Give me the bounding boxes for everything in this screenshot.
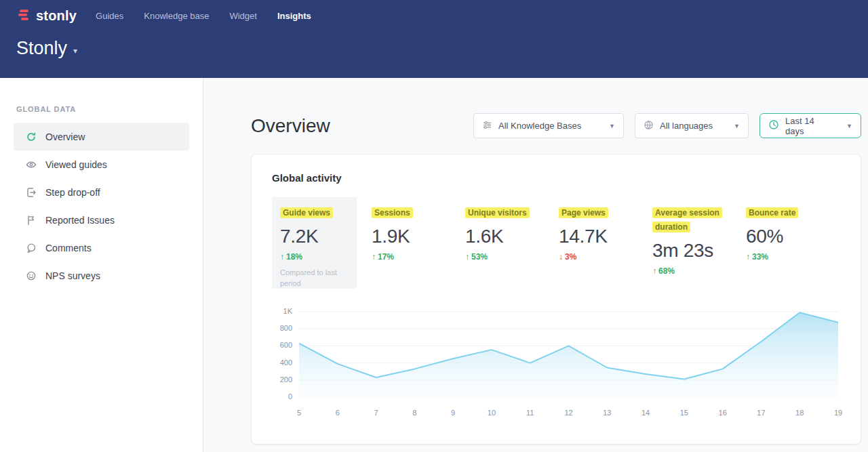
card-title: Global activity xyxy=(272,172,840,184)
x-axis-tick-label: 17 xyxy=(757,409,765,417)
stonly-logo-icon xyxy=(16,7,31,25)
sidebar-item-label: Overview xyxy=(45,131,85,142)
flag-icon xyxy=(26,215,37,226)
x-axis: 5678910111213141516171819 xyxy=(299,400,838,419)
chevron-down-icon: ▼ xyxy=(727,123,740,129)
x-axis-tick-label: 16 xyxy=(719,409,727,417)
x-axis-tick-label: 13 xyxy=(603,409,611,417)
page-arrow-icon xyxy=(26,187,37,198)
x-axis-tick-label: 7 xyxy=(374,409,378,417)
metric-label: Unique visitors xyxy=(465,207,530,218)
x-axis-tick-label: 8 xyxy=(412,409,416,417)
delta-value: 17% xyxy=(378,252,394,262)
workspace-selector[interactable]: Stonly ▾ xyxy=(16,38,77,59)
sidebar-section-label: GLOBAL DATA xyxy=(0,105,203,113)
metric-delta: ↑33% xyxy=(746,252,840,262)
language-filter[interactable]: All languages ▼ xyxy=(635,113,749,138)
metric-label: Guide views xyxy=(280,207,333,218)
metric-value: 60% xyxy=(746,226,840,247)
clock-icon xyxy=(768,119,779,132)
filters: All Knowledge Bases ▼ All languages ▼ La… xyxy=(473,113,861,138)
x-axis-tick-label: 12 xyxy=(564,409,572,417)
chart-plot xyxy=(299,309,838,400)
metric-note: Compared to last period xyxy=(280,268,342,289)
top-nav: stonly Guides Knowledge base Widget Insi… xyxy=(16,0,852,26)
delta-value: 18% xyxy=(286,252,302,262)
app-header: stonly Guides Knowledge base Widget Insi… xyxy=(0,0,868,78)
sidebar: GLOBAL DATA Overview Viewed guides Step … xyxy=(0,78,203,452)
y-axis-tick-label: 200 xyxy=(280,375,292,384)
metric-label: Page views xyxy=(559,207,608,218)
date-range-filter-value: Last 14 days xyxy=(785,116,833,136)
date-range-filter[interactable]: Last 14 days ▼ xyxy=(760,113,861,138)
sidebar-item-label: Step drop-off xyxy=(45,187,100,198)
sliders-icon xyxy=(482,120,492,132)
sidebar-item-step-drop-off[interactable]: Step drop-off xyxy=(14,178,189,206)
eye-icon xyxy=(26,159,37,170)
metric-delta: ↑17% xyxy=(372,252,465,262)
workspace-title: Stonly xyxy=(16,38,67,59)
y-axis-tick-label: 0 xyxy=(288,392,292,400)
y-axis: 02004006008001K xyxy=(272,309,299,397)
x-axis-tick-label: 10 xyxy=(488,409,496,417)
x-axis-tick-label: 14 xyxy=(642,409,650,417)
delta-value: 68% xyxy=(658,266,675,276)
metric-average-session-duration[interactable]: Average session duration 3m 23s ↑68% xyxy=(652,197,746,289)
metric-value: 3m 23s xyxy=(652,240,746,262)
sidebar-item-comments[interactable]: Comments xyxy=(14,234,189,262)
comment-icon xyxy=(26,243,37,253)
arrow-up-icon: ↑ xyxy=(652,266,656,276)
sidebar-item-viewed-guides[interactable]: Viewed guides xyxy=(14,150,189,178)
globe-icon xyxy=(644,120,654,132)
knowledge-base-filter[interactable]: All Knowledge Bases ▼ xyxy=(473,113,624,138)
sidebar-item-label: Viewed guides xyxy=(45,159,107,170)
knowledge-base-filter-value: All Knowledge Bases xyxy=(498,121,581,131)
chevron-down-icon: ▾ xyxy=(73,46,77,56)
delta-value: 33% xyxy=(752,252,768,262)
activity-chart-svg xyxy=(299,309,838,397)
primary-nav: Guides Knowledge base Widget Insights xyxy=(96,11,311,21)
y-axis-tick-label: 1K xyxy=(283,307,292,315)
metric-label: Average session duration xyxy=(652,207,722,232)
metrics-row: Guide views 7.2K ↑18% Compared to last p… xyxy=(272,197,840,289)
nav-widget[interactable]: Widget xyxy=(229,11,256,21)
activity-chart: 02004006008001K 56789101112131415 xyxy=(272,309,840,419)
metric-delta: ↓3% xyxy=(559,252,652,262)
y-axis-tick-label: 400 xyxy=(280,358,292,367)
arrow-down-icon: ↓ xyxy=(559,252,563,262)
chevron-down-icon: ▼ xyxy=(840,123,852,129)
stonly-logo[interactable]: stonly xyxy=(16,7,77,25)
metric-bounce-rate[interactable]: Bounce rate 60% ↑33% xyxy=(746,197,840,289)
metric-label: Sessions xyxy=(372,207,413,218)
metric-label: Bounce rate xyxy=(746,207,798,218)
metric-value: 7.2K xyxy=(280,226,349,247)
delta-value: 53% xyxy=(471,252,488,262)
language-filter-value: All languages xyxy=(660,121,713,131)
arrow-up-icon: ↑ xyxy=(372,252,376,262)
metric-unique-visitors[interactable]: Unique visitors 1.6K ↑53% xyxy=(465,197,559,289)
metric-guide-views[interactable]: Guide views 7.2K ↑18% Compared to last p… xyxy=(272,197,357,289)
metric-delta: ↑68% xyxy=(652,266,746,276)
arrow-up-icon: ↑ xyxy=(465,252,469,262)
nav-knowledge-base[interactable]: Knowledge base xyxy=(144,11,209,21)
x-axis-tick-label: 19 xyxy=(834,409,842,417)
sidebar-item-overview[interactable]: Overview xyxy=(14,123,189,150)
chevron-down-icon: ▼ xyxy=(602,123,615,129)
x-axis-tick-label: 9 xyxy=(451,409,455,417)
delta-value: 3% xyxy=(565,252,576,262)
metric-page-views[interactable]: Page views 14.7K ↓3% xyxy=(559,197,652,289)
arrow-up-icon: ↑ xyxy=(280,252,284,262)
metric-delta: ↑18% xyxy=(280,252,349,262)
y-axis-tick-label: 800 xyxy=(280,324,292,332)
nav-insights[interactable]: Insights xyxy=(277,11,311,21)
y-axis-tick-label: 600 xyxy=(280,341,292,349)
page-title: Overview xyxy=(251,115,330,137)
sidebar-item-label: NPS surveys xyxy=(45,270,100,281)
sidebar-item-label: Comments xyxy=(45,243,92,253)
metric-sessions[interactable]: Sessions 1.9K ↑17% xyxy=(372,197,465,289)
x-axis-tick-label: 11 xyxy=(526,409,534,417)
nav-guides[interactable]: Guides xyxy=(96,11,123,21)
sidebar-item-nps-surveys[interactable]: NPS surveys xyxy=(14,262,189,289)
sidebar-item-reported-issues[interactable]: Reported Issues xyxy=(14,206,189,234)
logo-text: stonly xyxy=(36,8,77,24)
